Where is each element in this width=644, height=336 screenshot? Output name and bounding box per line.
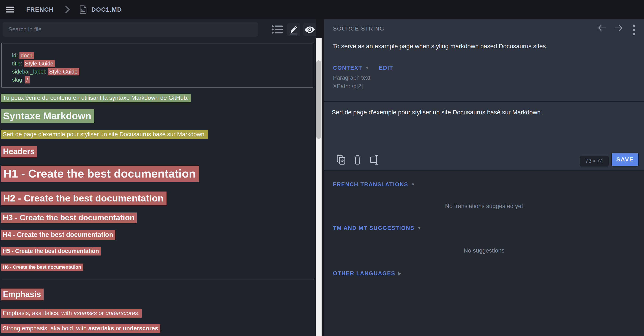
- empty-translations-message: No translations suggested yet: [324, 203, 644, 210]
- special-characters-button[interactable]: [369, 154, 380, 165]
- frontmatter-line: slug: /: [12, 76, 313, 84]
- divider: [324, 101, 644, 102]
- chevron-down-icon: ▼: [418, 226, 422, 231]
- editor-panel: id: doc1 title: Style Guide sidebar_labe…: [0, 19, 316, 336]
- italic-text: underscores: [106, 310, 138, 316]
- section-tm-mt-suggestions[interactable]: TM AND MT SUGGESTIONS ▼: [333, 225, 422, 231]
- doc-heading: Headers: [1, 147, 37, 156]
- more-options-button[interactable]: [631, 23, 637, 37]
- scrollbar[interactable]: [316, 38, 322, 336]
- doc-paragraph: Sert de page d'exemple pour styliser un …: [1, 131, 208, 138]
- translation-panel: SOURCE STRING To serve as an example pag…: [324, 0, 644, 336]
- string-text: or: [97, 310, 105, 316]
- doc-paragraph: Tu peux écrire du contenu en utilisant l…: [1, 94, 190, 101]
- save-button[interactable]: SAVE: [611, 152, 639, 166]
- menu-button[interactable]: [6, 7, 14, 13]
- doc-heading-h1: H1 - Create the best documentation: [1, 167, 199, 180]
- frontmatter-line: sidebar_label: Style Guide: [12, 68, 313, 76]
- chevron-down-icon: ▼: [365, 66, 369, 70]
- markdown-file-icon: M↓: [80, 5, 87, 14]
- context-row: CONTEXT ▼ EDIT: [333, 65, 393, 71]
- doc-heading-h4: H4 - Create the best documentation: [1, 231, 115, 239]
- pencil-icon: [289, 25, 298, 35]
- text-cursor-icon: [370, 154, 379, 165]
- string-untranslated[interactable]: Emphasis: [1, 288, 44, 300]
- bold-text: asterisks: [88, 325, 114, 331]
- edit-context-button[interactable]: EDIT: [379, 65, 393, 71]
- source-string-section: SOURCE STRING To serve as an example pag…: [324, 19, 644, 171]
- next-string-button[interactable]: [612, 23, 624, 33]
- doc-heading-h6: H6 - Create the best documentation: [1, 264, 83, 270]
- string-translated[interactable]: Syntaxe Markdown: [1, 109, 94, 123]
- string-untranslated[interactable]: doc1: [20, 52, 34, 59]
- string-untranslated[interactable]: H2 - Create the best documentation: [1, 192, 166, 205]
- breadcrumb-file[interactable]: DOC1.MD: [92, 6, 122, 13]
- string-untranslated[interactable]: H6 - Create the best documentation: [1, 264, 83, 271]
- source-string-title: SOURCE STRING: [333, 26, 384, 32]
- list-icon: [272, 25, 283, 34]
- arrow-right-icon: [614, 24, 623, 32]
- horizontal-rule: [2, 279, 314, 279]
- string-text: Emphasis, aka italics, with: [3, 310, 74, 316]
- context-type: Paragraph text: [333, 75, 370, 81]
- string-untranslated[interactable]: H1 - Create the best documentation: [1, 166, 199, 182]
- preview-mode-button[interactable]: [303, 23, 316, 36]
- search-input[interactable]: [2, 22, 258, 37]
- doc-heading-h5: H5 - Create the best documentation: [1, 248, 101, 254]
- section-label: FRENCH TRANSLATIONS: [333, 181, 408, 188]
- chevron-right-icon: [65, 6, 70, 13]
- string-untranslated[interactable]: /: [25, 76, 30, 83]
- chevron-right-icon: ▶: [398, 271, 401, 276]
- string-untranslated[interactable]: Strong emphasis, aka bold, with asterisk…: [1, 324, 160, 333]
- edit-mode-button[interactable]: [287, 23, 300, 36]
- frontmatter-key: slug:: [12, 76, 24, 83]
- string-untranslated[interactable]: H4 - Create the best documentation: [1, 230, 115, 240]
- string-untranslated[interactable]: Headers: [1, 146, 37, 157]
- copy-icon: [336, 154, 346, 165]
- frontmatter-line: title: Style Guide: [12, 60, 313, 68]
- translation-input[interactable]: Sert de page d'exemple pour styliser un …: [332, 108, 636, 116]
- bold-text: underscores: [123, 325, 158, 331]
- doc-heading-h3: H3 - Create the best documentation: [1, 213, 137, 222]
- doc-heading-h2: H2 - Create the best documentation: [1, 193, 166, 204]
- string-text: .: [138, 310, 140, 316]
- scrollbar-thumb[interactable]: [316, 60, 321, 139]
- frontmatter-block: id: doc1 title: Style Guide sidebar_labe…: [2, 43, 313, 87]
- italic-text: asterisks: [74, 310, 97, 316]
- string-text: Strong emphasis, aka bold, with: [3, 325, 88, 331]
- panel-top-strip: [324, 0, 644, 19]
- section-french-translations[interactable]: FRENCH TRANSLATIONS ▼: [333, 181, 415, 188]
- frontmatter-key: title:: [12, 60, 22, 67]
- chevron-down-icon: ▼: [411, 182, 415, 187]
- svg-text:M↓: M↓: [82, 10, 84, 12]
- breadcrumb-project[interactable]: FRENCH: [26, 6, 54, 13]
- suggestions-section: FRENCH TRANSLATIONS ▼ No translations su…: [324, 171, 644, 336]
- char-counter: 73 • 74: [580, 156, 609, 166]
- section-label: OTHER LANGUAGES: [333, 270, 395, 277]
- string-text: Tu peux écrire du contenu en utilisant: [3, 94, 103, 101]
- string-untranslated[interactable]: H3 - Create the best documentation: [1, 213, 137, 223]
- doc-link[interactable]: la syntaxe Markdown de GitHub.: [103, 94, 189, 101]
- string-selected[interactable]: Sert de page d'exemple pour styliser un …: [1, 130, 208, 139]
- doc-heading: Syntaxe Markdown: [1, 110, 94, 122]
- doc-heading: Emphasis: [1, 290, 44, 299]
- context-xpath: XPath: /p[2]: [333, 83, 363, 90]
- previous-string-button[interactable]: [596, 23, 608, 33]
- delete-translation-button[interactable]: [352, 154, 363, 165]
- section-label: TM AND MT SUGGESTIONS: [333, 225, 414, 231]
- string-translated[interactable]: Tu peux écrire du contenu en utilisant l…: [1, 94, 190, 102]
- string-list-button[interactable]: [270, 23, 284, 36]
- section-other-languages[interactable]: OTHER LANGUAGES ▶: [333, 270, 401, 277]
- kebab-menu-icon: [632, 24, 636, 35]
- source-string-text: To serve as an example page when styling…: [333, 43, 548, 50]
- eye-icon: [305, 27, 315, 33]
- frontmatter-key: sidebar_label:: [12, 68, 46, 75]
- string-untranslated[interactable]: Style Guide: [48, 68, 79, 75]
- string-untranslated[interactable]: H5 - Create the best documentation: [1, 247, 101, 255]
- string-untranslated[interactable]: Style Guide: [24, 60, 55, 67]
- string-untranslated[interactable]: Emphasis, aka italics, with asterisks or…: [1, 309, 142, 317]
- arrow-left-icon: [597, 24, 607, 32]
- copy-source-button[interactable]: [336, 154, 346, 165]
- context-dropdown[interactable]: CONTEXT: [333, 65, 362, 71]
- empty-suggestions-message: No suggestions: [324, 247, 644, 254]
